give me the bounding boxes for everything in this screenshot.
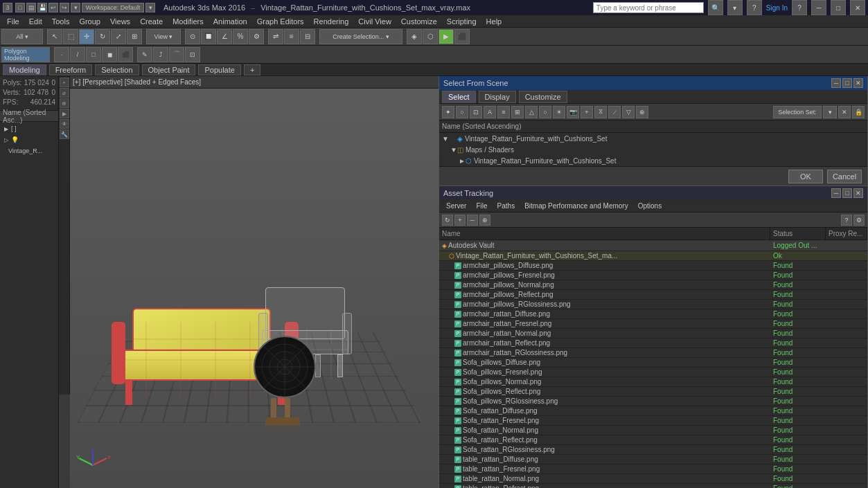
at-maximize-btn[interactable]: □: [842, 188, 852, 198]
at-info-btn[interactable]: ?: [841, 215, 852, 226]
more-icon[interactable]: ▾: [71, 3, 80, 12]
menu-group[interactable]: Group: [75, 17, 105, 26]
motion-panel-btn[interactable]: ▶: [60, 109, 69, 118]
sel-by-name-btn[interactable]: A: [484, 106, 496, 118]
scene-item-2[interactable]: ► ⬡ Vintage_Rattan_Furniture_with_Cushio…: [439, 155, 867, 166]
scene-tree[interactable]: ▶ [ ] ▷ 💡 Vintage_R...: [0, 122, 58, 488]
mirror-btn[interactable]: ⇌: [268, 29, 283, 44]
mode-tab-add[interactable]: +: [244, 64, 260, 75]
angle-snap-btn[interactable]: ∠: [217, 29, 232, 44]
mode-tab-populate[interactable]: Populate: [198, 64, 240, 75]
subobj-edge-btn[interactable]: /: [70, 47, 85, 62]
snap-btn[interactable]: 🔲: [201, 29, 216, 44]
sel-set-btn[interactable]: ▾: [823, 106, 837, 118]
tree-type-btn[interactable]: ⊞: [511, 106, 524, 118]
at-file-row-6[interactable]: P armchair_rattan_Fresnel.png Found: [439, 319, 867, 329]
tree-node-vintage[interactable]: Vintage_R...: [1, 145, 57, 156]
at-close-btn[interactable]: ✕: [853, 188, 863, 198]
at-parent-row[interactable]: ⬡ Vintage_Rattan_Furniture_with_Cushions…: [439, 251, 867, 261]
dialog-close-btn[interactable]: ✕: [853, 78, 863, 88]
mode-tab-freeform[interactable]: Freeform: [49, 64, 93, 75]
x-close-btn[interactable]: ✕: [838, 106, 851, 118]
tree-node-group[interactable]: ▷ 💡: [1, 134, 57, 145]
menu-file[interactable]: File: [3, 17, 24, 26]
subobj-poly-btn[interactable]: ◼: [102, 47, 117, 62]
menu-modifiers[interactable]: Modifiers: [168, 17, 208, 26]
helper-btn[interactable]: +: [581, 106, 593, 118]
polygon-mode-btn[interactable]: Polygon Modeling: [1, 47, 50, 62]
at-menu-file[interactable]: File: [472, 201, 491, 210]
at-file-row-7[interactable]: P armchair_rattan_Normal.png Found: [439, 329, 867, 338]
at-file-row-8[interactable]: P armchair_rattan_Reflect.png Found: [439, 338, 867, 348]
display-panel-btn[interactable]: 👁: [60, 119, 69, 129]
at-menu-bitmap[interactable]: Bitmap Performance and Memory: [520, 201, 632, 210]
new-icon[interactable]: □: [15, 3, 25, 12]
mode-tab-objectpaint[interactable]: Object Paint: [142, 64, 196, 75]
tree-node-root[interactable]: ▶ [ ]: [1, 123, 57, 134]
sel-invert-btn[interactable]: ⊡: [470, 106, 482, 118]
at-vault-row[interactable]: ◈ Autodesk Vault Logged Out ...: [439, 240, 867, 251]
open-icon[interactable]: ▤: [26, 3, 36, 12]
redo-icon[interactable]: ↪: [60, 3, 69, 12]
at-file-list[interactable]: ◈ Autodesk Vault Logged Out ... ⬡ Vintag…: [439, 240, 867, 488]
utility-panel-btn[interactable]: 🔧: [60, 129, 69, 139]
hierarchy-panel-btn[interactable]: ⊕: [60, 98, 69, 108]
at-reload-btn[interactable]: ↻: [442, 215, 453, 226]
light-btn[interactable]: ☀: [553, 106, 565, 118]
subobj-elem-btn[interactable]: ⬛: [118, 47, 133, 62]
spwarp-btn[interactable]: ⧖: [594, 106, 607, 118]
move-btn[interactable]: ✛: [79, 29, 94, 44]
menu-scripting[interactable]: Scripting: [443, 17, 481, 26]
at-menu-server[interactable]: Server: [442, 201, 470, 210]
cancel-button[interactable]: Cancel: [827, 170, 862, 183]
viewport-canvas[interactable]: X Y Z: [70, 89, 439, 488]
bone-btn[interactable]: ⟋: [608, 106, 621, 118]
at-file-row-14[interactable]: P Sofa_pillows_RGlossiness.png Found: [439, 397, 867, 406]
at-file-row-2[interactable]: P armchair_pillows_Normal.png Found: [439, 280, 867, 290]
placement-btn[interactable]: ⊞: [127, 29, 142, 44]
lock-btn[interactable]: 🔒: [852, 106, 865, 118]
chamfer-btn[interactable]: ⌒: [169, 47, 184, 62]
menu-civil-view[interactable]: Civil View: [354, 17, 395, 26]
at-file-row-10[interactable]: P Sofa_pillows_Diffuse.png Found: [439, 358, 867, 368]
subobj-vertex-btn[interactable]: ·: [54, 47, 69, 62]
at-file-row-12[interactable]: P Sofa_pillows_Normal.png Found: [439, 377, 867, 387]
at-file-row-15[interactable]: P Sofa_rattan_Diffuse.png Found: [439, 406, 867, 416]
menu-help[interactable]: Help: [482, 17, 506, 26]
search-options-btn[interactable]: ▾: [727, 0, 743, 15]
at-file-row-17[interactable]: P Sofa_rattan_Normal.png Found: [439, 426, 867, 435]
menu-animation[interactable]: Animation: [209, 17, 251, 26]
shape-btn[interactable]: ○: [539, 106, 551, 118]
at-remove-btn[interactable]: ─: [467, 215, 478, 226]
at-file-row-20[interactable]: P table_rattan_Diffuse.png Found: [439, 455, 867, 464]
menu-views[interactable]: Views: [106, 17, 134, 26]
snap-settings-btn[interactable]: ⚙: [249, 29, 264, 44]
at-menu-paths[interactable]: Paths: [493, 201, 520, 210]
at-file-row-1[interactable]: P armchair_pillows_Fresnel.png Found: [439, 271, 867, 280]
render-scene-btn[interactable]: ▶: [439, 29, 454, 44]
at-file-row-19[interactable]: P Sofa_rattan_RGlossiness.png Found: [439, 445, 867, 455]
list-type-btn[interactable]: ≡: [497, 106, 510, 118]
dialog-tab-customize[interactable]: Customize: [519, 91, 567, 103]
extrude-btn[interactable]: ⤴: [153, 47, 168, 62]
undo-icon[interactable]: ↩: [48, 3, 58, 12]
search-btn[interactable]: 🔍: [708, 0, 723, 15]
hier-btn[interactable]: ⊕: [636, 106, 648, 118]
named-sel-btn[interactable]: Create Selection... ▾: [319, 29, 402, 44]
menu-edit[interactable]: Edit: [25, 17, 46, 26]
pct-snap-btn[interactable]: %: [233, 29, 248, 44]
info-btn[interactable]: ?: [747, 0, 762, 15]
layer-mgr-btn[interactable]: ⊟: [300, 29, 315, 44]
menu-rendering[interactable]: Rendering: [310, 17, 353, 26]
geom-btn[interactable]: △: [525, 106, 538, 118]
at-menu-options[interactable]: Options: [634, 201, 666, 210]
scene-item-0[interactable]: ▼ ◈ Vintage_Rattan_Furniture_with_Cushio…: [439, 133, 867, 144]
at-file-row-23[interactable]: P table_rattan_Refract.png Found: [439, 484, 867, 488]
dialog-tab-select[interactable]: Select: [442, 91, 476, 103]
at-file-row-3[interactable]: P armchair_pillows_Reflect.png Found: [439, 290, 867, 300]
save-icon[interactable]: 💾: [37, 3, 47, 12]
select-btn[interactable]: ↖: [47, 29, 62, 44]
at-file-row-16[interactable]: P Sofa_rattan_Fresnel.png Found: [439, 416, 867, 426]
dialog-maximize-btn[interactable]: □: [842, 78, 852, 88]
mode-tab-selection[interactable]: Selection: [95, 64, 139, 75]
